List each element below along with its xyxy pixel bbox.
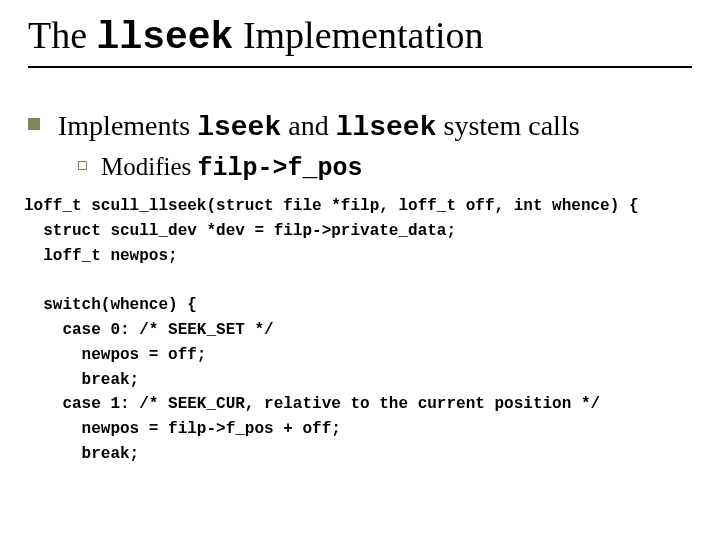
bullet-post: system calls [436,110,579,141]
bullet-level-1: Implements lseek and llseek system calls [28,108,692,145]
title-underline [28,66,692,68]
hollow-square-bullet-icon [78,161,87,170]
bullet-mid: and [281,110,335,141]
sub-bullet-text: Modifies filp->f_pos [101,151,363,184]
title-mono: llseek [97,16,234,59]
square-bullet-icon [28,118,40,130]
slide: The llseek Implementation Implements lse… [0,0,720,540]
bullet-pre: Implements [58,110,197,141]
title-post: Implementation [233,14,483,56]
code-block: loff_t scull_llseek(struct file *filp, l… [24,194,692,467]
bullet-text: Implements lseek and llseek system calls [58,108,580,145]
sub-pre: Modifies [101,153,198,180]
bullet-mono-2: llseek [336,112,437,143]
bullet-level-2: Modifies filp->f_pos [78,151,692,184]
slide-title: The llseek Implementation [28,14,692,60]
bullet-mono-1: lseek [197,112,281,143]
title-pre: The [28,14,97,56]
sub-mono: filp->f_pos [198,154,363,183]
